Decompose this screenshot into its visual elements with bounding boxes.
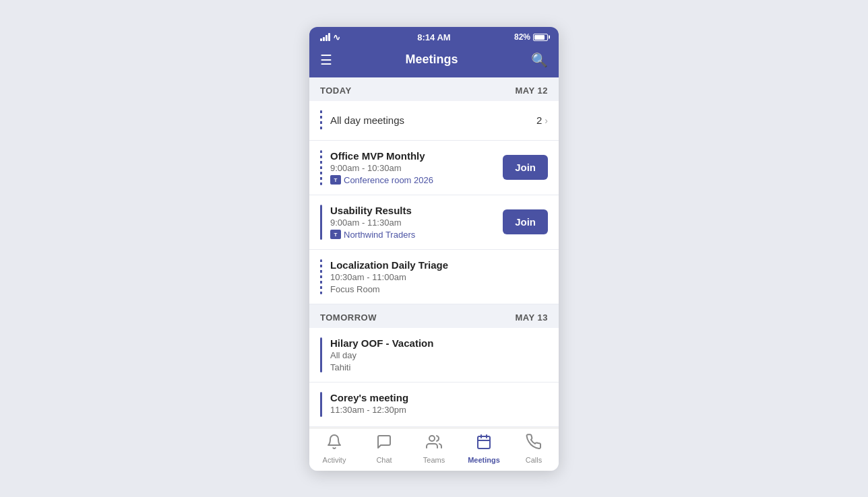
meeting-title: Office MVP Monthly xyxy=(330,150,503,162)
meeting-title: Usability Results xyxy=(330,205,503,216)
teams-icon: T xyxy=(330,175,341,185)
meeting-location[interactable]: T Northwind Traders xyxy=(330,230,503,240)
battery-icon xyxy=(533,34,548,41)
search-icon[interactable]: 🔍 xyxy=(531,52,548,68)
teams-label: Teams xyxy=(423,456,445,464)
teams-icon: T xyxy=(330,230,341,239)
meeting-usability: Usability Results 9:00am - 11:30am T Nor… xyxy=(309,195,559,250)
meeting-info: Office MVP Monthly 9:00am - 10:30am T Co… xyxy=(330,150,503,185)
nav-item-meetings[interactable]: Meetings xyxy=(464,434,504,464)
meeting-bar-solid xyxy=(320,392,322,417)
page-title: Meetings xyxy=(342,53,522,67)
meetings-label: Meetings xyxy=(468,456,500,464)
tomorrow-section-header: TOMORROW May 13 xyxy=(309,304,559,328)
battery-percent: 82% xyxy=(514,32,530,42)
meeting-title: Hilary OOF - Vacation xyxy=(330,337,548,349)
chat-icon xyxy=(376,434,392,454)
tomorrow-label: TOMORROW xyxy=(320,312,377,323)
meeting-hilary: Hilary OOF - Vacation All day Tahiti xyxy=(309,328,559,383)
activity-label: Activity xyxy=(323,456,346,464)
join-button-mvp[interactable]: Join xyxy=(503,155,548,180)
nav-item-activity[interactable]: Activity xyxy=(314,434,354,464)
teams-nav-icon xyxy=(426,434,442,454)
content-area: TODAY May 12 All day meetings 2 › Office… xyxy=(309,77,559,428)
meeting-info: Corey's meeting 11:30am - 12:30pm xyxy=(330,392,548,417)
bottom-nav: Activity Chat Teams xyxy=(309,428,559,471)
location-text: Tahiti xyxy=(330,362,350,372)
location-text: Conference room 2026 xyxy=(344,175,433,185)
today-label: TODAY xyxy=(320,86,352,96)
meeting-title: Localization Daily Triage xyxy=(330,259,548,271)
meeting-info: Usability Results 9:00am - 11:30am T Nor… xyxy=(330,205,503,240)
meeting-localization: Localization Daily Triage 10:30am - 11:0… xyxy=(309,250,559,304)
meeting-office-mvp: Office MVP Monthly 9:00am - 10:30am T Co… xyxy=(309,141,559,195)
all-day-bar xyxy=(320,110,322,131)
nav-item-calls[interactable]: Calls xyxy=(514,434,554,464)
svg-point-0 xyxy=(429,436,435,441)
meeting-bar-dashed xyxy=(320,150,322,185)
meeting-time: 10:30am - 11:00am xyxy=(330,272,548,282)
meetings-nav-icon xyxy=(476,434,492,454)
today-section-header: TODAY May 12 xyxy=(309,77,559,101)
meeting-bar-solid xyxy=(320,337,322,372)
meeting-corey: Corey's meeting 11:30am - 12:30pm xyxy=(309,383,559,427)
menu-icon[interactable]: ☰ xyxy=(320,52,332,68)
wifi-icon: ∿ xyxy=(333,32,340,42)
chevron-right-icon: › xyxy=(545,115,548,126)
chat-label: Chat xyxy=(376,456,392,464)
location-text: Focus Room xyxy=(330,284,380,294)
meeting-bar-solid xyxy=(320,205,322,240)
activity-icon xyxy=(326,434,342,454)
location-text: Northwind Traders xyxy=(344,230,415,240)
meeting-time: All day xyxy=(330,350,548,360)
meeting-bar-dashed xyxy=(320,259,322,294)
svg-rect-1 xyxy=(478,436,490,449)
nav-item-chat[interactable]: Chat xyxy=(364,434,404,464)
meeting-time: 9:00am - 10:30am xyxy=(330,163,503,173)
meeting-time: 9:00am - 11:30am xyxy=(330,218,503,228)
status-bar: ∿ 8:14 AM 82% xyxy=(309,27,559,45)
meeting-location: Tahiti xyxy=(330,362,548,372)
nav-item-teams[interactable]: Teams xyxy=(414,434,454,464)
meeting-time: 11:30am - 12:30pm xyxy=(330,405,548,415)
status-bar-right: 82% xyxy=(514,32,548,42)
meeting-info: Localization Daily Triage 10:30am - 11:0… xyxy=(330,259,548,294)
all-day-label: All day meetings xyxy=(330,114,536,126)
battery-fill xyxy=(534,35,545,40)
join-button-usability[interactable]: Join xyxy=(503,209,548,234)
phone-container: ∿ 8:14 AM 82% ☰ Meetings 🔍 TODAY May 12 … xyxy=(309,27,559,471)
calls-icon xyxy=(526,434,542,454)
meeting-location: Focus Room xyxy=(330,284,548,294)
all-day-row[interactable]: All day meetings 2 › xyxy=(309,101,559,141)
meeting-location[interactable]: T Conference room 2026 xyxy=(330,175,503,185)
tomorrow-date: May 13 xyxy=(515,312,548,323)
signal-icon xyxy=(320,33,330,41)
all-day-count: 2 xyxy=(536,114,542,126)
today-date: May 12 xyxy=(515,86,548,96)
status-bar-left: ∿ xyxy=(320,32,340,42)
status-time: 8:14 AM xyxy=(417,32,450,42)
meeting-title: Corey's meeting xyxy=(330,392,548,403)
calls-label: Calls xyxy=(526,456,542,464)
header: ☰ Meetings 🔍 xyxy=(309,45,559,77)
meeting-info: Hilary OOF - Vacation All day Tahiti xyxy=(330,337,548,372)
